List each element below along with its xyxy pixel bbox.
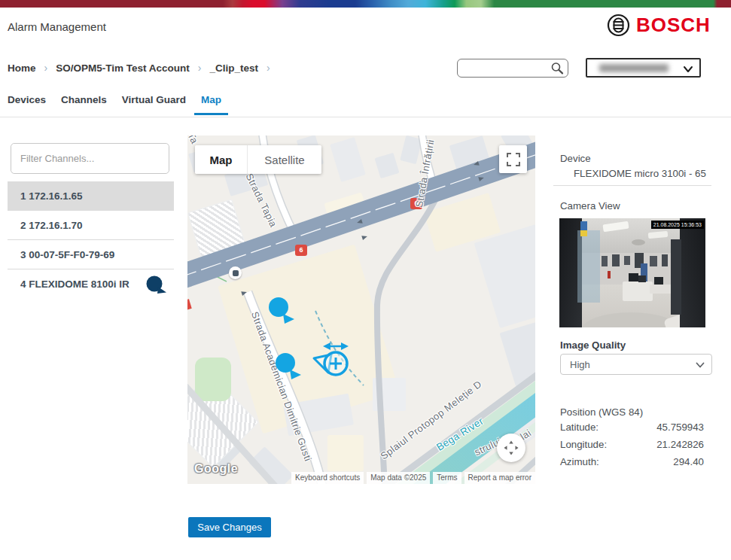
map-attribution: Keyboard shortcuts Map data ©2025 Terms … bbox=[288, 472, 535, 484]
tab-bar: Devices Channels Virtual Guard Map bbox=[8, 90, 221, 115]
chevron-down-icon bbox=[696, 361, 705, 369]
device-label: Device bbox=[560, 153, 591, 164]
selected-camera-marker[interactable] bbox=[302, 330, 370, 393]
map-roads-layer bbox=[187, 135, 535, 484]
page-title: Alarm Management bbox=[8, 20, 106, 33]
camera-marker-2[interactable] bbox=[270, 348, 303, 381]
filter-channels-input[interactable] bbox=[11, 144, 169, 173]
breadcrumb: Home › SO/OPM5-Tim Test Account › _Clip_… bbox=[8, 62, 279, 74]
image-quality-value: High bbox=[570, 359, 590, 370]
camera-marker-icon bbox=[145, 275, 168, 306]
alarm-management-page: Alarm Management BOSCH Home › SO/OPM5-Ti… bbox=[0, 0, 731, 560]
tabs-divider bbox=[0, 117, 731, 117]
bosch-symbol-icon bbox=[607, 14, 630, 37]
filter-channels-box bbox=[11, 143, 169, 174]
account-select[interactable] bbox=[586, 58, 701, 78]
terms-link[interactable]: Terms bbox=[433, 472, 461, 484]
search-box bbox=[457, 59, 568, 78]
panel-divider bbox=[553, 185, 711, 186]
image-quality-select[interactable]: High bbox=[560, 354, 712, 375]
breadcrumb-separator: › bbox=[190, 62, 210, 74]
image-quality-label: Image Quality bbox=[560, 339, 626, 351]
map-canvas[interactable]: 6 6 Ta Strada Tapia Strada Înfrățirii St… bbox=[187, 135, 535, 484]
route-shield-6: 6 bbox=[295, 245, 307, 256]
breadcrumb-separator: › bbox=[258, 62, 279, 74]
keyboard-shortcuts-link[interactable]: Keyboard shortcuts bbox=[291, 472, 364, 484]
channel-list: 1 172.16.1.65 2 172.16.1.70 3 00-07-5F-F… bbox=[8, 181, 174, 299]
chevron-down-icon bbox=[683, 65, 693, 74]
azimuth-value: 294.40 bbox=[673, 456, 704, 473]
longitude-row: Longitude: 21.242826 bbox=[560, 439, 704, 456]
save-changes-button[interactable]: Save Changes bbox=[188, 517, 271, 537]
breadcrumb-clip-test[interactable]: _Clip_test bbox=[209, 62, 258, 74]
bosch-wordmark: BOSCH bbox=[636, 13, 711, 37]
google-logo[interactable]: Google bbox=[194, 462, 238, 476]
map-pan-button[interactable] bbox=[497, 434, 525, 462]
device-name: FLEXIDOME micro 3100i - 65 bbox=[574, 168, 706, 179]
latitude-label: Latitude: bbox=[560, 422, 599, 439]
report-map-error-link[interactable]: Report a map error bbox=[464, 472, 535, 484]
bosch-logo: BOSCH bbox=[607, 13, 711, 37]
tab-devices[interactable]: Devices bbox=[8, 90, 46, 115]
search-input[interactable] bbox=[464, 60, 548, 76]
camera-marker-1[interactable] bbox=[263, 292, 297, 325]
fullscreen-icon bbox=[507, 153, 520, 166]
channel-item-1[interactable]: 1 172.16.1.65 bbox=[8, 181, 174, 211]
bosch-supergraphic-stripe bbox=[0, 0, 731, 8]
tab-map[interactable]: Map bbox=[194, 90, 228, 115]
azimuth-row: Azimuth: 294.40 bbox=[560, 456, 704, 473]
camera-view-label: Camera View bbox=[560, 200, 620, 212]
latitude-row: Latitude: 45.759943 bbox=[560, 422, 704, 439]
map-data-label: Map data ©2025 bbox=[367, 472, 430, 484]
channel-item-4[interactable]: 4 FLEXIDOME 8100i IR bbox=[8, 269, 174, 299]
tab-virtual-guard[interactable]: Virtual Guard bbox=[122, 90, 186, 115]
channel-label: 3 00-07-5F-F0-79-69 bbox=[20, 249, 114, 260]
channel-label: 1 172.16.1.65 bbox=[20, 190, 83, 202]
latitude-value: 45.759943 bbox=[656, 422, 704, 439]
longitude-value: 21.242826 bbox=[656, 439, 704, 456]
azimuth-label: Azimuth: bbox=[560, 456, 599, 473]
breadcrumb-account[interactable]: SO/OPM5-Tim Test Account bbox=[56, 62, 190, 74]
channel-label: 2 172.16.1.70 bbox=[20, 220, 83, 231]
longitude-label: Longitude: bbox=[560, 439, 607, 456]
pan-arrows-icon bbox=[501, 438, 521, 458]
channel-item-2[interactable]: 2 172.16.1.70 bbox=[8, 211, 174, 240]
tab-channels[interactable]: Channels bbox=[61, 90, 107, 115]
map-fullscreen-button[interactable] bbox=[499, 145, 527, 173]
channel-item-3[interactable]: 3 00-07-5F-F0-79-69 bbox=[8, 240, 174, 269]
map-type-map-button[interactable]: Map bbox=[195, 145, 247, 174]
map-type-control: Map Satellite bbox=[195, 145, 321, 174]
breadcrumb-separator: › bbox=[36, 62, 56, 74]
map-type-satellite-button[interactable]: Satellite bbox=[247, 145, 321, 174]
search-icon[interactable] bbox=[550, 62, 564, 78]
account-select-redacted-value bbox=[599, 64, 669, 72]
position-label: Position (WGS 84) bbox=[560, 406, 643, 418]
camera-view-image: 21.08.2025 15:36:53 bbox=[559, 218, 705, 327]
camera-timestamp: 21.08.2025 15:36:53 bbox=[651, 221, 704, 229]
position-table: Latitude: 45.759943 Longitude: 21.242826… bbox=[560, 422, 704, 473]
bus-stop-icon[interactable] bbox=[229, 266, 242, 279]
breadcrumb-home[interactable]: Home bbox=[8, 62, 36, 74]
channel-label: 4 FLEXIDOME 8100i IR bbox=[20, 278, 129, 290]
